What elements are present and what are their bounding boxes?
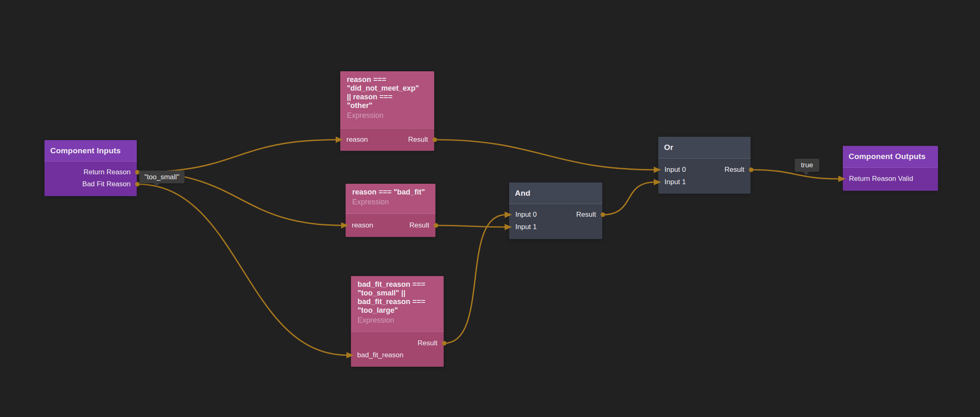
node-title-line: "too_small" ||	[358, 289, 437, 298]
node-title: Component Inputs	[44, 140, 137, 161]
input-port-label: reason	[352, 219, 373, 232]
node-header[interactable]: Component Outputs	[843, 146, 938, 168]
node-or[interactable]: OrInput 0ResultInput 1	[658, 137, 751, 194]
port-row: Result	[351, 337, 444, 349]
input-port-label: bad_fit_reason	[357, 349, 403, 361]
node-subtitle: Expression	[358, 316, 437, 325]
node-and[interactable]: AndInput 0ResultInput 1	[509, 183, 602, 239]
node-subtitle: Expression	[347, 111, 428, 120]
node-header[interactable]: bad_fit_reason ==="too_small" ||bad_fit_…	[351, 276, 444, 332]
input-port-label: Input 0	[515, 208, 537, 221]
node-canvas[interactable]: Component InputsReturn ReasonBad Fit Rea…	[0, 0, 980, 417]
node-header[interactable]: reason ==="did_not_meet_exp"|| reason ==…	[340, 71, 434, 129]
node-title: Component Outputs	[843, 146, 938, 167]
input-port-label: Input 0	[664, 164, 686, 176]
output-port[interactable]	[601, 213, 605, 217]
node-header[interactable]: reason === "bad_fit"Expression	[346, 184, 435, 214]
node-title-line: "other"	[347, 101, 428, 110]
node-expr-bad-fit-reason[interactable]: bad_fit_reason ==="too_small" ||bad_fit_…	[351, 276, 444, 367]
input-port-label: Input 1	[515, 221, 537, 233]
output-port-label: Result	[408, 134, 428, 146]
output-port-label: Return Reason	[84, 166, 131, 178]
node-expr-did-not-meet-exp[interactable]: reason ==="did_not_meet_exp"|| reason ==…	[340, 71, 434, 151]
output-port[interactable]	[434, 223, 438, 228]
tooltip-text: "too_small"	[145, 173, 180, 181]
port-row: reasonResult	[346, 219, 435, 232]
output-port-label: Result	[409, 219, 429, 232]
node-title-line: bad_fit_reason ===	[358, 298, 437, 306]
value-tooltip: "too_small"	[139, 171, 185, 183]
node-title: Or	[658, 137, 751, 158]
tooltip-tail	[153, 183, 160, 187]
tooltip-text: true	[801, 161, 813, 169]
port-row: Input 1	[509, 221, 602, 233]
node-title: bad_fit_reason ==="too_small" ||bad_fit_…	[351, 276, 444, 325]
output-port[interactable]	[433, 138, 437, 142]
output-port[interactable]	[442, 341, 447, 346]
output-port[interactable]	[135, 182, 140, 187]
port-row: Input 0Result	[658, 164, 751, 176]
node-title: reason ==="did_not_meet_exp"|| reason ==…	[340, 71, 434, 120]
output-port-label: Result	[576, 208, 596, 221]
node-title-line: "too_large"	[358, 306, 437, 315]
port-row: reasonResult	[340, 134, 434, 146]
port-row: Input 0Result	[509, 208, 602, 221]
node-title-line: "did_not_meet_exp"	[347, 84, 428, 93]
tooltip-tail	[803, 171, 809, 175]
input-port-label: Input 1	[664, 176, 686, 188]
output-port[interactable]	[749, 168, 753, 172]
output-port-label: Result	[725, 164, 744, 176]
port-row: Bad Fit Reason	[44, 178, 137, 190]
node-component-inputs[interactable]: Component InputsReturn ReasonBad Fit Rea…	[44, 140, 137, 196]
node-title: And	[509, 183, 602, 204]
input-port-label: reason	[346, 134, 368, 146]
nodes-container: Component InputsReturn ReasonBad Fit Rea…	[0, 0, 980, 417]
port-row: bad_fit_reason	[351, 349, 444, 361]
port-row: Return Reason	[44, 166, 137, 178]
node-title-line: bad_fit_reason ===	[358, 280, 437, 289]
input-port-label: Return Reason Valid	[849, 173, 913, 185]
port-row: Return Reason Valid	[843, 173, 938, 185]
node-title-line: reason ===	[347, 75, 428, 84]
node-title: reason === "bad_fit"Expression	[346, 184, 435, 206]
node-title-line: || reason ===	[347, 93, 428, 101]
node-title-line: reason === "bad_fit"	[352, 188, 429, 197]
output-port-label: Result	[418, 337, 437, 349]
node-header[interactable]: And	[509, 183, 602, 204]
node-expr-bad-fit[interactable]: reason === "bad_fit"ExpressionreasonResu…	[346, 184, 435, 237]
value-tooltip: true	[795, 159, 819, 172]
node-component-outputs[interactable]: Component OutputsReturn Reason Valid	[843, 146, 938, 191]
port-row: Input 1	[658, 176, 751, 188]
output-port-label: Bad Fit Reason	[82, 178, 131, 190]
node-subtitle: Expression	[352, 198, 429, 206]
node-header[interactable]: Or	[658, 137, 751, 159]
node-header[interactable]: Component Inputs	[44, 140, 137, 162]
